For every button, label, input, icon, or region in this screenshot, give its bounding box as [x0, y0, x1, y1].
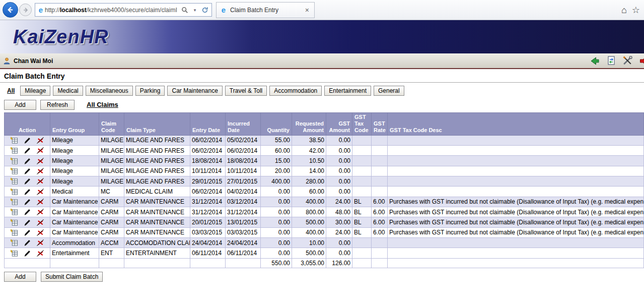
- copy-icon[interactable]: [10, 167, 18, 175]
- category-tab-entertainment[interactable]: Entertainment: [324, 86, 371, 96]
- add-button-bottom[interactable]: Add: [4, 272, 36, 282]
- edit-icon[interactable]: [23, 208, 31, 216]
- table-row: Car MaintenanceCARMCAR MAINTENANCE31/12/…: [5, 207, 644, 217]
- cell: 500.00: [292, 248, 326, 258]
- cell: [388, 176, 644, 186]
- cell: 0.00: [261, 197, 292, 207]
- copy-icon[interactable]: [10, 219, 18, 226]
- edit-icon[interactable]: [23, 147, 31, 154]
- category-tab-parking[interactable]: Parking: [135, 86, 165, 96]
- edit-icon[interactable]: [23, 250, 31, 257]
- cell: CAR MAINTENANCE: [124, 217, 190, 227]
- cell: [388, 258, 644, 268]
- close-tab-icon[interactable]: ×: [303, 6, 311, 14]
- edit-icon[interactable]: [23, 229, 31, 236]
- delete-icon[interactable]: [36, 219, 44, 226]
- edit-icon[interactable]: [23, 239, 31, 247]
- cell: 0.00: [261, 227, 292, 237]
- cell: 06/02/2014: [190, 145, 226, 155]
- return-arrow-icon[interactable]: [590, 56, 600, 66]
- category-tab-all[interactable]: All: [7, 87, 15, 94]
- edit-icon[interactable]: [23, 137, 31, 144]
- category-tab-miscellaneous[interactable]: Miscellaneous: [86, 86, 133, 96]
- refresh-button[interactable]: Refresh: [40, 100, 75, 110]
- delete-icon[interactable]: [36, 177, 44, 185]
- table-row: Car MaintenanceCARMCAR MAINTENANCE03/03/…: [5, 227, 644, 237]
- dropdown-icon[interactable]: ▾: [190, 5, 200, 15]
- copy-icon[interactable]: [10, 157, 18, 165]
- refresh-icon[interactable]: [200, 5, 210, 15]
- current-user-name: Chan Wai Moi: [14, 57, 53, 65]
- delete-icon[interactable]: [36, 157, 44, 165]
- table-row: MedicalMCMEDICAL CLAIM06/02/201404/02/20…: [5, 187, 644, 197]
- delete-icon[interactable]: [36, 208, 44, 216]
- copy-icon[interactable]: [10, 229, 18, 236]
- cell: BL: [352, 197, 372, 207]
- category-tab-general[interactable]: General: [374, 86, 404, 96]
- cell: 126.00: [326, 258, 352, 268]
- column-header: Entry Date: [190, 113, 226, 136]
- cell: 48.00: [326, 207, 352, 217]
- delete-icon[interactable]: [36, 167, 44, 175]
- submit-claim-batch-button[interactable]: Submit Claim Batch: [41, 272, 103, 282]
- add-button[interactable]: Add: [4, 100, 36, 110]
- cell: 800.00: [292, 207, 326, 217]
- refresh-page-icon[interactable]: [607, 55, 616, 66]
- copy-icon[interactable]: [10, 188, 18, 196]
- delete-icon[interactable]: [36, 147, 44, 154]
- cell: 29/01/2015: [190, 176, 226, 186]
- column-header: Claim Type: [124, 113, 190, 136]
- browser-tab[interactable]: e Claim Batch Entry ×: [216, 2, 315, 18]
- copy-icon[interactable]: [10, 250, 18, 257]
- tools-icon[interactable]: [622, 56, 633, 66]
- back-icon[interactable]: [3, 2, 18, 18]
- copy-icon[interactable]: [10, 147, 18, 154]
- edit-icon[interactable]: [23, 177, 31, 185]
- copy-icon[interactable]: [10, 177, 18, 185]
- ie-page-icon: e: [37, 6, 45, 14]
- category-tab-travel-toll[interactable]: Travel & Toll: [225, 86, 267, 96]
- copy-icon[interactable]: [10, 239, 18, 247]
- cell: 03/03/2015: [226, 227, 261, 237]
- cell: [352, 187, 372, 197]
- category-tab-car-maintenance[interactable]: Car Maintenance: [167, 86, 222, 96]
- cell: 06/02/2014: [190, 187, 226, 197]
- column-header: GST Rate: [372, 113, 388, 136]
- edit-icon[interactable]: [23, 219, 31, 226]
- forward-icon[interactable]: [19, 4, 32, 16]
- favorites-icon[interactable]: ☆: [632, 6, 640, 15]
- copy-icon[interactable]: [10, 137, 18, 144]
- category-tab-mileage[interactable]: Mileage: [20, 86, 50, 96]
- delete-icon[interactable]: [36, 229, 44, 236]
- copy-icon[interactable]: [10, 208, 18, 216]
- brand-banner: KaiZenHR: [0, 20, 644, 53]
- delete-icon[interactable]: [36, 198, 44, 206]
- search-icon[interactable]: [180, 5, 190, 15]
- edit-icon[interactable]: [23, 198, 31, 206]
- cell: CARM: [99, 197, 124, 207]
- edit-icon[interactable]: [23, 188, 31, 196]
- cell: Mileage: [50, 135, 99, 145]
- edit-icon[interactable]: [23, 157, 31, 165]
- category-tab-accommodation[interactable]: Accommodation: [269, 86, 322, 96]
- cell: MILAGE AND FARES: [124, 135, 190, 145]
- category-tab-medical[interactable]: Medical: [53, 86, 83, 96]
- cell: 20.00: [261, 166, 292, 176]
- delete-icon[interactable]: [36, 188, 44, 196]
- cell: [352, 166, 372, 176]
- action-cell: [5, 166, 50, 176]
- edit-icon[interactable]: [23, 167, 31, 175]
- delete-icon[interactable]: [36, 239, 44, 247]
- column-header: GST Amount: [326, 113, 352, 136]
- delete-icon[interactable]: [36, 250, 44, 257]
- announcement-icon[interactable]: [639, 56, 644, 66]
- cell: MILAGE: [99, 145, 124, 155]
- copy-icon[interactable]: [10, 198, 18, 206]
- delete-icon[interactable]: [36, 137, 44, 144]
- cell: 400.00: [261, 176, 292, 186]
- page-title: Claim Batch Entry: [0, 69, 644, 83]
- cell: 0.00: [326, 187, 352, 197]
- address-bar[interactable]: e http://localhost/kzhrweb4000/secure/cl…: [35, 3, 212, 17]
- cell: ENTERTAINMENT: [124, 248, 190, 258]
- home-icon[interactable]: ⌂: [621, 6, 627, 15]
